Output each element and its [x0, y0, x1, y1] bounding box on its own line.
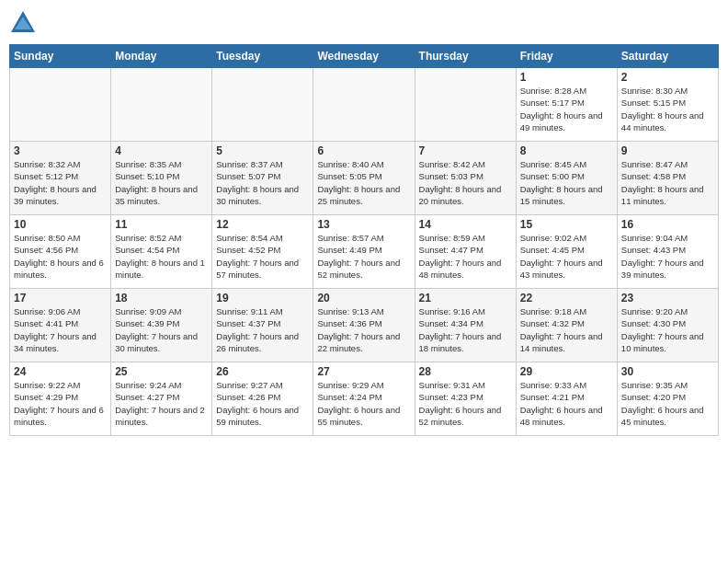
day-info: Sunrise: 9:31 AM Sunset: 4:23 PM Dayligh… — [419, 379, 512, 428]
day-number: 4 — [115, 144, 208, 157]
day-number: 27 — [317, 365, 410, 378]
day-number: 6 — [317, 144, 410, 157]
calendar-cell — [10, 68, 111, 142]
day-info: Sunrise: 9:18 AM Sunset: 4:32 PM Dayligh… — [520, 305, 613, 354]
calendar-week-2: 3Sunrise: 8:32 AM Sunset: 5:12 PM Daylig… — [10, 142, 719, 215]
day-number: 22 — [520, 292, 613, 304]
calendar-cell — [313, 68, 415, 142]
day-number: 16 — [621, 218, 714, 231]
day-number: 3 — [14, 144, 107, 157]
calendar-cell — [111, 68, 212, 142]
day-info: Sunrise: 8:40 AM Sunset: 5:05 PM Dayligh… — [317, 158, 410, 207]
day-number: 25 — [115, 365, 208, 378]
day-number: 30 — [621, 365, 714, 378]
day-header-sunday: Sunday — [10, 45, 111, 68]
calendar-cell: 27Sunrise: 9:29 AM Sunset: 4:24 PM Dayli… — [313, 362, 415, 436]
day-info: Sunrise: 8:42 AM Sunset: 5:03 PM Dayligh… — [419, 158, 512, 207]
day-header-friday: Friday — [516, 45, 617, 68]
day-number: 14 — [419, 218, 512, 231]
calendar-cell: 25Sunrise: 9:24 AM Sunset: 4:27 PM Dayli… — [111, 362, 212, 436]
calendar-cell: 12Sunrise: 8:54 AM Sunset: 4:52 PM Dayli… — [212, 215, 313, 289]
calendar-table: SundayMondayTuesdayWednesdayThursdayFrid… — [9, 44, 719, 436]
calendar-cell: 14Sunrise: 8:59 AM Sunset: 4:47 PM Dayli… — [415, 215, 516, 289]
day-number: 10 — [14, 218, 107, 231]
day-info: Sunrise: 8:54 AM Sunset: 4:52 PM Dayligh… — [216, 232, 309, 281]
calendar-cell: 8Sunrise: 8:45 AM Sunset: 5:00 PM Daylig… — [516, 142, 617, 215]
day-info: Sunrise: 9:22 AM Sunset: 4:29 PM Dayligh… — [14, 379, 107, 428]
day-info: Sunrise: 9:35 AM Sunset: 4:20 PM Dayligh… — [621, 379, 714, 428]
day-number: 11 — [115, 218, 208, 231]
calendar-cell: 17Sunrise: 9:06 AM Sunset: 4:41 PM Dayli… — [10, 289, 111, 362]
day-header-monday: Monday — [111, 45, 212, 68]
day-info: Sunrise: 9:09 AM Sunset: 4:39 PM Dayligh… — [115, 305, 208, 354]
day-info: Sunrise: 8:47 AM Sunset: 4:58 PM Dayligh… — [621, 158, 714, 207]
calendar-cell: 7Sunrise: 8:42 AM Sunset: 5:03 PM Daylig… — [415, 142, 516, 215]
day-number: 13 — [317, 218, 410, 231]
calendar-cell: 23Sunrise: 9:20 AM Sunset: 4:30 PM Dayli… — [617, 289, 718, 362]
day-info: Sunrise: 8:37 AM Sunset: 5:07 PM Dayligh… — [216, 158, 309, 207]
day-number: 2 — [621, 71, 714, 84]
calendar-cell: 29Sunrise: 9:33 AM Sunset: 4:21 PM Dayli… — [516, 362, 617, 436]
day-number: 21 — [419, 292, 512, 304]
calendar-cell: 22Sunrise: 9:18 AM Sunset: 4:32 PM Dayli… — [516, 289, 617, 362]
calendar-week-4: 17Sunrise: 9:06 AM Sunset: 4:41 PM Dayli… — [10, 289, 719, 362]
logo — [9, 9, 40, 37]
day-header-wednesday: Wednesday — [313, 45, 415, 68]
calendar-cell: 19Sunrise: 9:11 AM Sunset: 4:37 PM Dayli… — [212, 289, 313, 362]
day-header-saturday: Saturday — [617, 45, 718, 68]
calendar-cell: 6Sunrise: 8:40 AM Sunset: 5:05 PM Daylig… — [313, 142, 415, 215]
day-info: Sunrise: 9:24 AM Sunset: 4:27 PM Dayligh… — [115, 379, 208, 428]
day-info: Sunrise: 8:50 AM Sunset: 4:56 PM Dayligh… — [14, 232, 107, 281]
calendar-cell: 16Sunrise: 9:04 AM Sunset: 4:43 PM Dayli… — [617, 215, 718, 289]
page-header — [9, 9, 719, 37]
calendar-header-row: SundayMondayTuesdayWednesdayThursdayFrid… — [10, 45, 719, 68]
day-info: Sunrise: 8:57 AM Sunset: 4:49 PM Dayligh… — [317, 232, 410, 281]
day-number: 15 — [520, 218, 613, 231]
day-header-tuesday: Tuesday — [212, 45, 313, 68]
day-info: Sunrise: 9:02 AM Sunset: 4:45 PM Dayligh… — [520, 232, 613, 281]
calendar-cell: 18Sunrise: 9:09 AM Sunset: 4:39 PM Dayli… — [111, 289, 212, 362]
day-info: Sunrise: 9:33 AM Sunset: 4:21 PM Dayligh… — [520, 379, 613, 428]
day-number: 8 — [520, 144, 613, 157]
calendar-cell: 9Sunrise: 8:47 AM Sunset: 4:58 PM Daylig… — [617, 142, 718, 215]
calendar-cell: 5Sunrise: 8:37 AM Sunset: 5:07 PM Daylig… — [212, 142, 313, 215]
day-info: Sunrise: 8:35 AM Sunset: 5:10 PM Dayligh… — [115, 158, 208, 207]
calendar-cell: 28Sunrise: 9:31 AM Sunset: 4:23 PM Dayli… — [415, 362, 516, 436]
day-info: Sunrise: 8:59 AM Sunset: 4:47 PM Dayligh… — [419, 232, 512, 281]
calendar-cell: 21Sunrise: 9:16 AM Sunset: 4:34 PM Dayli… — [415, 289, 516, 362]
day-number: 26 — [216, 365, 309, 378]
calendar-cell: 15Sunrise: 9:02 AM Sunset: 4:45 PM Dayli… — [516, 215, 617, 289]
logo-icon — [9, 9, 37, 37]
calendar-cell: 1Sunrise: 8:28 AM Sunset: 5:17 PM Daylig… — [516, 68, 617, 142]
day-info: Sunrise: 9:20 AM Sunset: 4:30 PM Dayligh… — [621, 305, 714, 354]
day-number: 23 — [621, 292, 714, 304]
calendar-cell: 13Sunrise: 8:57 AM Sunset: 4:49 PM Dayli… — [313, 215, 415, 289]
calendar-cell — [212, 68, 313, 142]
calendar-week-3: 10Sunrise: 8:50 AM Sunset: 4:56 PM Dayli… — [10, 215, 719, 289]
day-number: 5 — [216, 144, 309, 157]
calendar-cell: 10Sunrise: 8:50 AM Sunset: 4:56 PM Dayli… — [10, 215, 111, 289]
day-info: Sunrise: 9:11 AM Sunset: 4:37 PM Dayligh… — [216, 305, 309, 354]
day-number: 20 — [317, 292, 410, 304]
day-number: 9 — [621, 144, 714, 157]
day-number: 29 — [520, 365, 613, 378]
day-number: 1 — [520, 71, 613, 84]
day-number: 7 — [419, 144, 512, 157]
calendar-week-1: 1Sunrise: 8:28 AM Sunset: 5:17 PM Daylig… — [10, 68, 719, 142]
day-info: Sunrise: 9:27 AM Sunset: 4:26 PM Dayligh… — [216, 379, 309, 428]
day-header-thursday: Thursday — [415, 45, 516, 68]
calendar-cell: 20Sunrise: 9:13 AM Sunset: 4:36 PM Dayli… — [313, 289, 415, 362]
day-info: Sunrise: 8:52 AM Sunset: 4:54 PM Dayligh… — [115, 232, 208, 281]
day-number: 28 — [419, 365, 512, 378]
day-info: Sunrise: 8:30 AM Sunset: 5:15 PM Dayligh… — [621, 85, 714, 133]
day-info: Sunrise: 8:32 AM Sunset: 5:12 PM Dayligh… — [14, 158, 107, 207]
calendar-cell: 2Sunrise: 8:30 AM Sunset: 5:15 PM Daylig… — [617, 68, 718, 142]
calendar-cell: 4Sunrise: 8:35 AM Sunset: 5:10 PM Daylig… — [111, 142, 212, 215]
calendar-cell: 26Sunrise: 9:27 AM Sunset: 4:26 PM Dayli… — [212, 362, 313, 436]
day-info: Sunrise: 8:45 AM Sunset: 5:00 PM Dayligh… — [520, 158, 613, 207]
day-info: Sunrise: 9:04 AM Sunset: 4:43 PM Dayligh… — [621, 232, 714, 281]
day-info: Sunrise: 8:28 AM Sunset: 5:17 PM Dayligh… — [520, 85, 613, 133]
day-number: 18 — [115, 292, 208, 304]
day-info: Sunrise: 9:13 AM Sunset: 4:36 PM Dayligh… — [317, 305, 410, 354]
day-info: Sunrise: 9:16 AM Sunset: 4:34 PM Dayligh… — [419, 305, 512, 354]
